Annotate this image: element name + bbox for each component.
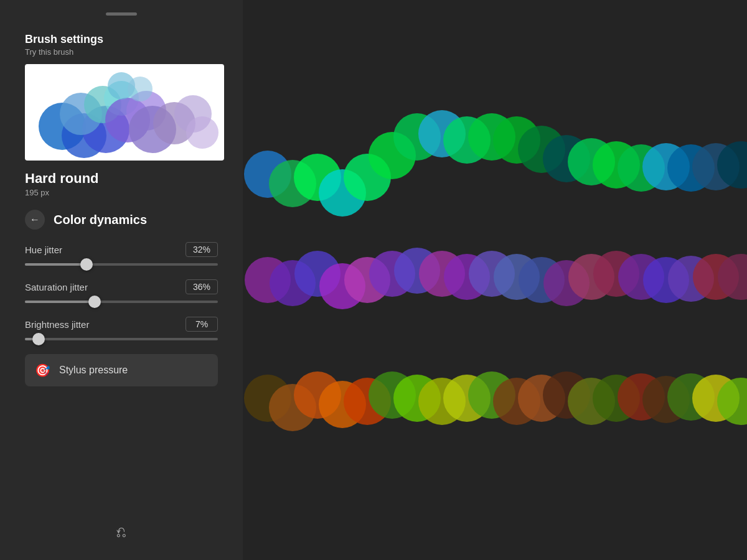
hue-jitter-label: Hue jitter xyxy=(25,245,62,255)
brush-canvas[interactable] xyxy=(243,0,747,560)
brush-preview xyxy=(25,64,224,161)
brightness-jitter-value[interactable]: 7% xyxy=(186,317,218,332)
hue-jitter-track[interactable] xyxy=(25,263,218,266)
svg-point-13 xyxy=(128,77,153,101)
hue-jitter-row: Hue jitter 32% xyxy=(25,242,218,266)
section-title: Color dynamics xyxy=(54,213,147,227)
saturation-jitter-thumb[interactable] xyxy=(88,296,101,308)
hue-jitter-fill xyxy=(25,263,87,266)
stylus-pressure-label: Stylus pressure xyxy=(59,365,128,376)
brightness-jitter-label-row: Brightness jitter 7% xyxy=(25,317,218,332)
saturation-jitter-label-row: Saturation jitter 36% xyxy=(25,279,218,294)
brush-settings-title: Brush settings xyxy=(25,33,218,46)
saturation-jitter-value[interactable]: 36% xyxy=(186,279,218,294)
right-canvas[interactable] xyxy=(243,0,747,560)
saturation-jitter-row: Saturation jitter 36% xyxy=(25,279,218,303)
saturation-jitter-fill xyxy=(25,301,95,303)
stylus-pressure-button[interactable]: 🎯 Stylus pressure xyxy=(25,354,218,386)
hue-jitter-label-row: Hue jitter 32% xyxy=(25,242,218,257)
brush-size: 195 px xyxy=(25,188,218,197)
hue-jitter-value[interactable]: 32% xyxy=(186,242,218,257)
hue-jitter-thumb[interactable] xyxy=(80,258,93,271)
brush-name: Hard round xyxy=(25,170,218,187)
undo-button[interactable]: ⎌ xyxy=(116,522,126,541)
brightness-jitter-label: Brightness jitter xyxy=(25,319,89,330)
panel-content: Brush settings Try this brush xyxy=(0,33,243,386)
svg-point-11 xyxy=(186,116,218,149)
back-button[interactable]: ← xyxy=(25,210,45,230)
undo-btn-row: ⎌ xyxy=(116,522,126,541)
brightness-jitter-track[interactable] xyxy=(25,338,218,340)
section-header: ← Color dynamics xyxy=(25,210,218,230)
brightness-jitter-thumb[interactable] xyxy=(32,333,45,345)
saturation-jitter-track[interactable] xyxy=(25,301,218,303)
left-panel: Brush settings Try this brush xyxy=(0,0,243,560)
brightness-jitter-row: Brightness jitter 7% xyxy=(25,317,218,340)
stylus-icon: 🎯 xyxy=(35,363,50,378)
drag-handle[interactable] xyxy=(106,12,137,16)
try-this-brush-label[interactable]: Try this brush xyxy=(25,47,218,57)
saturation-jitter-label: Saturation jitter xyxy=(25,282,88,292)
